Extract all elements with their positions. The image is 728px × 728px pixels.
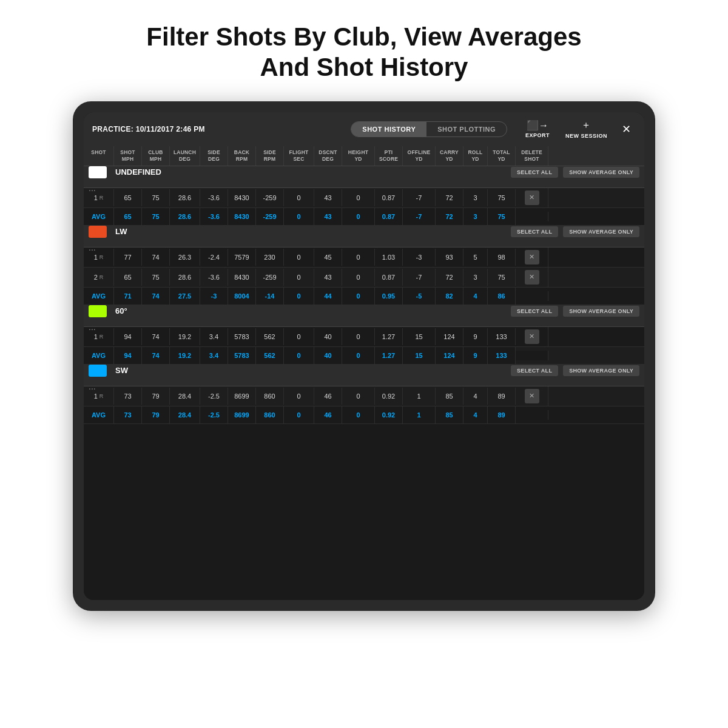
avg-data-cell-2-1: 74 [142,347,170,364]
avg-data-cell-2-12: 9 [463,347,488,364]
shot-cell-0-0: 1R [84,189,114,206]
avg-data-cell-2-2: 19.2 [170,347,200,364]
column-headers: SHOT SHOTMPH CLUBMPH LAUNCHDEG SIDEDEG B… [84,146,644,166]
export-button[interactable]: ⬛→ EXPORT [519,117,556,141]
data-cell-2-0-1: 74 [142,328,170,345]
tablet-screen: PRACTICE: 10/11/2017 2:46 PM SHOT HISTOR… [84,112,644,600]
col-shot: SHOT [84,146,114,166]
data-cell-3-0-7: 46 [314,388,342,405]
avg-data-cell-0-6: 0 [284,208,314,225]
select-all-btn-1[interactable]: SELECT ALL [511,226,558,237]
avg-data-cell-2-0: 94 [114,347,142,364]
delete-cell-2-0: ✕ [516,327,548,346]
avg-data-cell-1-5: -14 [256,288,284,305]
avg-data-cell-2-7: 40 [314,347,342,364]
club-color-swatch-0 [89,166,107,178]
data-cell-3-0-9: 0.92 [375,388,403,405]
data-cell-0-0-8: 0 [342,189,375,206]
tablet-frame: PRACTICE: 10/11/2017 2:46 PM SHOT HISTOR… [73,101,655,611]
data-cell-1-0-0: 77 [114,249,142,266]
close-button[interactable]: ✕ [617,120,636,138]
tab-shot-history[interactable]: SHOT HISTORY [351,122,426,136]
avg-data-cell-0-7: 43 [314,208,342,225]
show-avg-btn-1[interactable]: SHOW AVERAGE ONLY [563,226,639,237]
practice-label: PRACTICE: 10/11/2017 2:46 PM [92,125,345,133]
select-all-btn-2[interactable]: SELECT ALL [511,306,558,317]
shot-row-1-0: 1R777426.3-2.4757923004501.03-393598✕ [84,248,644,268]
show-avg-btn-0[interactable]: SHOW AVERAGE ONLY [563,167,639,178]
avg-delete-empty-0 [516,212,548,221]
data-cell-3-0-6: 0 [284,388,314,405]
show-avg-btn-2[interactable]: SHOW AVERAGE ONLY [563,306,639,317]
data-cell-3-0-11: 85 [436,388,463,405]
select-all-btn-0[interactable]: SELECT ALL [511,167,558,178]
new-session-button[interactable]: ＋ NEW SESSION [559,116,613,141]
data-cell-3-0-3: -2.5 [200,388,228,405]
delete-shot-btn-1-0[interactable]: ✕ [525,250,539,265]
data-cell-0-0-11: 72 [436,189,463,206]
avg-data-cell-1-3: -3 [200,288,228,305]
shot-cell-2-0: 1R [84,328,114,345]
data-cell-0-0-9: 0.87 [375,189,403,206]
club-group-3: SWSELECT ALLSHOW AVERAGE ONLY... [84,365,644,386]
tab-shot-plotting[interactable]: SHOT PLOTTING [426,122,507,136]
avg-data-cell-2-11: 124 [436,347,463,364]
export-icon: ⬛→ [527,120,548,131]
select-all-btn-3[interactable]: SELECT ALL [511,365,558,376]
col-launch-deg: LAUNCHDEG [170,146,200,166]
delete-shot-btn-2-0[interactable]: ✕ [525,329,539,344]
data-cell-3-0-8: 0 [342,388,375,405]
shot-row-2-0: 1R947419.23.4578356204001.27151249133✕ [84,327,644,347]
data-cell-3-0-4: 8699 [228,388,256,405]
col-offline-yd: OFFLINEYD [403,146,436,166]
delete-shot-btn-3-0[interactable]: ✕ [525,389,539,403]
col-back-rpm: BACKRPM [228,146,256,166]
avg-data-cell-1-10: -5 [403,288,436,305]
shot-cell-3-0: 1R [84,388,114,405]
col-delete-shot: DELETESHOT [516,146,548,166]
data-cell-0-0-13: 75 [488,189,516,206]
data-cell-3-0-5: 860 [256,388,284,405]
data-cell-2-0-10: 15 [403,328,436,345]
avg-data-cell-0-12: 3 [463,208,488,225]
avg-data-cell-0-0: 65 [114,208,142,225]
data-cell-2-0-0: 94 [114,328,142,345]
delete-shot-btn-1-1[interactable]: ✕ [525,270,539,285]
data-cell-1-0-11: 93 [436,249,463,266]
club-group-1: LWSELECT ALLSHOW AVERAGE ONLY... [84,226,644,248]
page-title: Filter Shots By Club, View Averages And … [146,22,581,83]
avg-data-cell-1-6: 0 [284,288,314,305]
data-cell-1-1-10: -7 [403,269,436,286]
new-session-label: NEW SESSION [565,133,607,139]
avg-data-cell-3-2: 28.4 [170,406,200,423]
avg-label-2: AVG [84,347,114,364]
club-color-swatch-2 [89,305,107,317]
data-cell-0-0-12: 3 [463,189,488,206]
show-avg-btn-3[interactable]: SHOW AVERAGE ONLY [563,365,639,376]
delete-cell-3-0: ✕ [516,386,548,406]
data-cell-0-0-2: 28.6 [170,189,200,206]
data-cell-1-1-7: 43 [314,269,342,286]
header-bar: PRACTICE: 10/11/2017 2:46 PM SHOT HISTOR… [84,112,644,146]
data-cell-2-0-4: 5783 [228,328,256,345]
avg-data-cell-3-11: 85 [436,406,463,423]
data-cell-2-0-6: 0 [284,328,314,345]
data-cell-0-0-7: 43 [314,189,342,206]
club-color-swatch-3 [89,365,107,377]
avg-data-cell-3-7: 46 [314,406,342,423]
delete-shot-btn-0-0[interactable]: ✕ [525,190,539,205]
avg-data-cell-3-6: 0 [284,406,314,423]
club-name-3: SW [115,366,501,375]
avg-data-cell-0-10: -7 [403,208,436,225]
avg-data-cell-3-10: 1 [403,406,436,423]
avg-data-cell-0-5: -259 [256,208,284,225]
data-cell-2-0-7: 40 [314,328,342,345]
data-cell-1-0-2: 26.3 [170,249,200,266]
data-cell-3-0-2: 28.4 [170,388,200,405]
club-group-2: 60°SELECT ALLSHOW AVERAGE ONLY... [84,305,644,327]
avg-data-cell-2-8: 0 [342,347,375,364]
data-cell-1-0-10: -3 [403,249,436,266]
avg-data-cell-2-10: 15 [403,347,436,364]
avg-row-2: AVG947419.23.4578356204001.27151249133 [84,347,644,365]
club-name-0: UNDEFINED [115,167,501,177]
